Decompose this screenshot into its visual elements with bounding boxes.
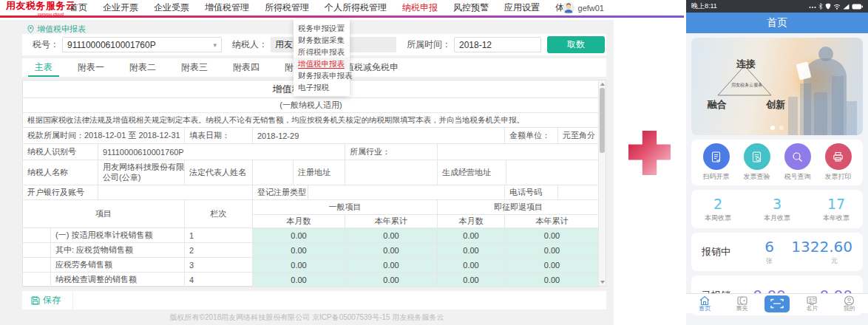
shortcut-invoice-check[interactable]: 发票查验	[744, 143, 770, 182]
nav-item-settings[interactable]: 应用设置	[504, 1, 540, 14]
table-row: 纳税检查调整的销售额 4 0.00 0.00 0.00 0.00	[23, 273, 599, 287]
row-value-cell[interactable]: 0.00	[438, 228, 505, 242]
scan-icon	[770, 298, 784, 309]
scroll-down-arrow-icon[interactable]	[600, 281, 605, 284]
row-value-cell[interactable]: 0.00	[505, 258, 599, 272]
row-value-cell[interactable]: 0.00	[345, 228, 438, 242]
reg-type-label: 登记注册类型	[253, 185, 308, 199]
menu-item-e-filing[interactable]: 电子报税	[294, 81, 350, 93]
tax-no-label: 税号：	[33, 38, 59, 51]
taxpayer-id-label: 纳税人识别号	[23, 144, 98, 160]
period-input[interactable]: 2018-12	[454, 37, 541, 52]
carousel-dot[interactable]	[779, 126, 784, 130]
wifi-icon	[833, 4, 841, 10]
row-value-cell[interactable]: 0.00	[345, 258, 438, 272]
shortcut-scan-invoice[interactable]: 扫码开票	[703, 143, 730, 182]
row-value-cell[interactable]: 0.00	[505, 243, 599, 257]
fetch-data-button[interactable]: 取数	[547, 36, 605, 53]
row-item: 纳税检查调整的销售额	[51, 273, 185, 287]
row-value-cell[interactable]: 0.00	[253, 258, 345, 272]
fill-date-value: 2018-12-29	[253, 128, 505, 143]
scroll-up-arrow-icon[interactable]	[600, 83, 605, 86]
tab-schedule-3[interactable]: 附表三	[169, 58, 220, 77]
shortcut-grid: 扫码开票 发票查验 税号查询 发票打印	[691, 140, 863, 185]
general-ytd-header: 本年累计	[345, 215, 438, 228]
nav-item-personal-tax[interactable]: 个人所得税管理	[325, 1, 387, 14]
report-table: 增值税纳税申报表 (一般纳税人适用) 根据国家税收法律法规及增值税相关规定制定本…	[22, 80, 606, 287]
location-pin-icon	[27, 25, 34, 33]
unit-label: 金额单位：	[505, 128, 558, 143]
group-general-header: 一般项目	[253, 200, 437, 215]
shortcut-tax-no-query[interactable]: 税号查询	[784, 143, 811, 182]
nav-menu: 首页 企业开票 企业受票 增值税管理 所得税管理 个人所得税管理 纳税申报 风控…	[69, 1, 573, 14]
reg-addr-label: 注册地址	[294, 160, 345, 185]
mobile-header: 首页	[686, 13, 868, 33]
businessman-figure	[804, 58, 847, 135]
save-button[interactable]: 保存	[22, 291, 73, 309]
biz-addr-value	[506, 160, 599, 185]
scrollbar-thumb[interactable]	[600, 88, 605, 153]
desktop-app-window: 用友税务服务云 yonyou cloud 首页 企业开票 企业受票 增值税管理 …	[0, 0, 684, 325]
row-value-cell[interactable]: 0.00	[345, 273, 438, 287]
reimbursing-count: 6 张	[747, 238, 791, 266]
row-value-cell[interactable]: 0.00	[253, 243, 345, 257]
nav-item-home[interactable]: 首页	[69, 1, 87, 14]
tab-profile[interactable]: 我的	[835, 295, 864, 312]
unit-value: 元至角分	[558, 128, 599, 143]
menu-item-finance-report[interactable]: 财务报表申报表	[294, 69, 350, 81]
banner-word-integrate: 融合	[708, 98, 727, 112]
top-nav: 用友税务服务云 yonyou cloud 首页 企业开票 企业受票 增值税管理 …	[0, 0, 684, 18]
banner-word-connect: 连接	[736, 58, 756, 71]
nav-item-receiving[interactable]: 企业受票	[154, 1, 189, 14]
refund-month-header: 本月数	[438, 215, 505, 228]
row-value-cell[interactable]: 0.00	[253, 228, 345, 242]
industry-value	[438, 144, 599, 160]
row-value-cell[interactable]: 0.00	[253, 273, 345, 287]
report-note: 根据国家税收法律法规及增值税相关规定制定本表。纳税人不论有无销售额，均应按税务机…	[23, 113, 599, 127]
row-value-cell[interactable]: 0.00	[345, 243, 438, 257]
mobile-page-title: 首页	[767, 16, 787, 30]
phone-value	[558, 185, 599, 199]
search-icon	[784, 143, 811, 170]
user-menu[interactable]: gefw01	[563, 2, 604, 14]
menu-item-filing-settings[interactable]: 税务申报设置	[294, 22, 350, 34]
row-value-cell[interactable]: 0.00	[505, 273, 599, 287]
vertical-scrollbar[interactable]	[598, 81, 606, 286]
tax-no-select[interactable]: 91110000610001760P ▾	[62, 37, 222, 52]
scan-button[interactable]	[764, 295, 790, 312]
row-value-cell[interactable]: 0.00	[505, 228, 599, 242]
nav-item-vat[interactable]: 增值税管理	[205, 1, 249, 14]
stat-month: 3 本月收票	[764, 196, 790, 223]
page-footer: 版权所有©2018用友网络科技股份有限公司 京ICP备05007539号-15 …	[0, 312, 614, 323]
carousel-dots	[691, 126, 863, 130]
row-value-cell[interactable]: 0.00	[438, 273, 505, 287]
save-button-label: 保存	[43, 294, 61, 307]
home-icon	[699, 295, 711, 306]
menu-item-income-tax-return[interactable]: 所得税申报表	[294, 46, 350, 58]
mobile-tab-bar: 首页 票夹 名片 我的	[686, 293, 868, 313]
row-value-cell[interactable]: 0.00	[438, 243, 505, 257]
nav-item-risk-alert[interactable]: 风控预警	[453, 1, 489, 14]
row-value-cell[interactable]: 0.00	[438, 258, 505, 272]
menu-item-vat-return[interactable]: 增值税申报表	[294, 58, 350, 69]
nav-item-tax-filing[interactable]: 纳税申报	[402, 1, 438, 14]
nav-item-income-tax[interactable]: 所得税管理	[265, 1, 309, 14]
tab-business-card[interactable]: 名片	[797, 295, 827, 312]
banner-carousel[interactable]: 连接 融合 创新 用友税务云服务	[691, 38, 863, 135]
shortcut-invoice-print[interactable]: 发票打印	[825, 143, 852, 182]
tab-schedule-2[interactable]: 附表二	[117, 58, 169, 77]
tab-main-sheet[interactable]: 主表	[22, 58, 65, 77]
banner-center-label: 用友税务云服务	[731, 82, 762, 89]
menu-item-finance-data[interactable]: 财务数据采集	[294, 34, 350, 46]
period-label: 所属时间：	[407, 38, 451, 51]
table-row: (一) 按适用税率计税销售额 1 0.00 0.00 0.00 0.00	[23, 228, 599, 243]
row-line: 2	[185, 243, 253, 257]
tab-schedule-1[interactable]: 附表一	[65, 58, 117, 77]
nav-item-invoicing[interactable]: 企业开票	[103, 1, 138, 14]
reg-addr-value	[345, 160, 438, 185]
tab-schedule-4[interactable]: 附表四	[220, 58, 272, 77]
tab-home[interactable]: 首页	[690, 295, 719, 312]
tab-invoice-wallet[interactable]: 票夹	[728, 295, 757, 312]
tax-no-value: 91110000610001760P	[67, 40, 156, 50]
carousel-dot-active[interactable]	[770, 126, 775, 130]
